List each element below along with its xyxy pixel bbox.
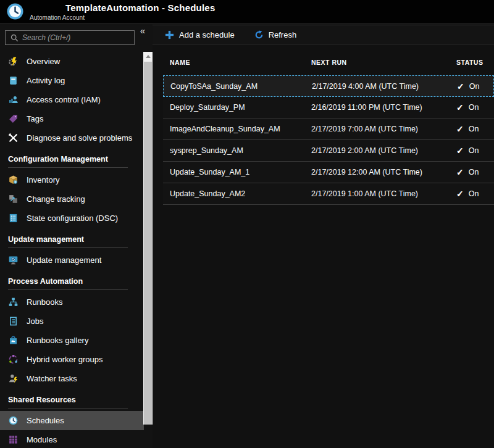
status-value: ✓ On <box>456 103 494 112</box>
check-icon: ✓ <box>456 125 464 133</box>
search-input[interactable] <box>22 33 134 42</box>
sidebar-scrollbar[interactable] <box>143 52 153 425</box>
sidebar-item-runbooks[interactable]: Runbooks <box>0 292 144 312</box>
sidebar-search-row: « <box>0 23 153 52</box>
sidebar-item-overview[interactable]: Overview <box>0 52 144 71</box>
sidebar-item-access-control-iam[interactable]: Access control (IAM) <box>0 90 144 109</box>
table-row[interactable]: CopyToSAa_Sunday_AM 2/17/2019 4:00 AM (U… <box>163 75 494 97</box>
status-value: ✓ On <box>456 189 494 198</box>
activity-log-icon <box>8 75 19 86</box>
sidebar-item-watcher-tasks[interactable]: Watcher tasks <box>0 369 144 388</box>
sidebar-item-jobs[interactable]: Jobs <box>0 312 144 331</box>
schedule-name-link[interactable]: CopyToSAa_Sunday_AM <box>170 82 312 91</box>
automation-account-clock-icon <box>7 3 23 20</box>
sidebar-item-schedules[interactable]: Schedules <box>0 411 144 430</box>
column-header-status[interactable]: STATUS <box>456 59 494 66</box>
section-divider <box>8 408 128 409</box>
overview-gauge-icon <box>8 56 19 67</box>
sidebar-section-shared-resources: Shared Resources <box>0 394 144 409</box>
sidebar-section-configuration-management: Configuration Management <box>0 153 144 168</box>
jobs-document-icon <box>8 316 19 326</box>
next-run-value: 2/17/2019 12:00 AM (UTC Time) <box>311 168 456 176</box>
check-icon: ✓ <box>456 146 464 155</box>
sidebar-item-diagnose-and-solve-problems[interactable]: Diagnose and solve problems <box>0 128 144 147</box>
sidebar-item-activity-log[interactable]: Activity log <box>0 71 144 90</box>
table-row[interactable]: Update_Sunday_AM_1 2/17/2019 12:00 AM (U… <box>163 162 494 183</box>
update-management-icon <box>8 255 19 265</box>
runbooks-orgchart-icon <box>8 297 19 307</box>
table-row[interactable]: sysprep_Sunday_AM 2/17/2019 2:00 AM (UTC… <box>163 140 494 162</box>
next-run-value: 2/17/2019 1:00 AM (UTC Time) <box>311 189 456 198</box>
schedule-name-link[interactable]: ImageAndCleanup_Sunday_AM <box>170 125 311 133</box>
inventory-box-icon <box>8 175 19 185</box>
main-content: Add a schedule Refresh NAME NEXT RUN STA… <box>153 23 494 448</box>
sidebar-item-state-configuration-dsc[interactable]: State configuration (DSC) <box>0 209 144 228</box>
section-divider <box>8 289 128 290</box>
schedule-name-link[interactable]: sysprep_Sunday_AM <box>170 146 311 155</box>
next-run-value: 2/17/2019 4:00 AM (UTC Time) <box>312 82 457 91</box>
next-run-value: 2/17/2019 2:00 AM (UTC Time) <box>311 146 456 155</box>
sidebar-item-update-management[interactable]: Update management <box>0 251 144 270</box>
schedule-name-link[interactable]: Deploy_Saturday_PM <box>170 103 311 112</box>
sidebar: « Overview Activity log Access control (… <box>0 23 153 448</box>
next-run-value: 2/16/2019 11:00 PM (UTC Time) <box>311 103 456 112</box>
sidebar-item-runbooks-gallery[interactable]: Runbooks gallery <box>0 331 144 350</box>
table-row[interactable]: Deploy_Saturday_PM 2/16/2019 11:00 PM (U… <box>163 97 494 118</box>
sidebar-section-update-management: Update management <box>0 233 144 248</box>
sidebar-section-process-automation: Process Automation <box>0 275 144 290</box>
check-icon: ✓ <box>457 82 464 91</box>
sidebar-item-inventory[interactable]: Inventory <box>0 170 144 189</box>
refresh-label: Refresh <box>269 30 297 39</box>
search-box[interactable] <box>5 30 135 45</box>
table-header: NAME NEXT RUN STATUS <box>153 53 494 72</box>
status-value: ✓ On <box>457 82 493 91</box>
tag-icon <box>8 114 19 124</box>
state-configuration-icon <box>8 213 19 223</box>
page-title: TemplateAutomation - Schedules <box>65 2 215 13</box>
schedules-table: CopyToSAa_Sunday_AM 2/17/2019 4:00 AM (U… <box>163 75 494 205</box>
column-header-name[interactable]: NAME <box>170 59 311 66</box>
refresh-button[interactable]: Refresh <box>254 30 297 39</box>
status-value: ✓ On <box>456 125 494 133</box>
page-subtitle: Automation Account <box>30 14 85 21</box>
check-icon: ✓ <box>456 189 464 198</box>
check-icon: ✓ <box>456 168 464 176</box>
status-value: ✓ On <box>456 146 494 155</box>
table-row[interactable]: ImageAndCleanup_Sunday_AM 2/17/2019 7:00… <box>163 118 494 140</box>
sidebar-item-change-tracking[interactable]: Change tracking <box>0 189 144 209</box>
schedules-clock-icon <box>8 415 19 426</box>
table-row[interactable]: Update_Sunday_AM2 2/17/2019 1:00 AM (UTC… <box>163 183 494 205</box>
scrollbar-thumb[interactable] <box>144 62 152 425</box>
diagnose-tools-icon <box>8 133 19 143</box>
schedule-name-link[interactable]: Update_Sunday_AM_1 <box>170 168 311 176</box>
add-schedule-label: Add a schedule <box>179 30 235 39</box>
section-divider <box>8 167 128 168</box>
change-tracking-icon <box>8 194 19 204</box>
sidebar-nav: Overview Activity log Access control (IA… <box>0 52 144 448</box>
check-icon: ✓ <box>456 103 464 112</box>
page-header: TemplateAutomation - Schedules Automatio… <box>0 0 494 23</box>
gallery-bag-icon <box>8 335 19 346</box>
section-divider <box>8 247 128 248</box>
schedule-name-link[interactable]: Update_Sunday_AM2 <box>170 189 311 198</box>
access-control-icon <box>8 94 19 105</box>
add-schedule-button[interactable]: Add a schedule <box>165 30 235 39</box>
sidebar-item-hybrid-worker-groups[interactable]: Hybrid worker groups <box>0 350 144 369</box>
sidebar-item-tags[interactable]: Tags <box>0 109 144 128</box>
watcher-tasks-icon <box>8 373 19 384</box>
status-value: ✓ On <box>456 168 494 176</box>
plus-icon <box>165 30 174 39</box>
refresh-icon <box>254 30 264 39</box>
command-bar: Add a schedule Refresh <box>153 25 494 44</box>
sidebar-item-modules[interactable]: Modules <box>0 430 144 448</box>
next-run-value: 2/17/2019 7:00 AM (UTC Time) <box>311 125 456 133</box>
modules-grid-icon <box>8 434 19 445</box>
scroll-up-arrow-icon[interactable] <box>143 52 153 61</box>
collapse-sidebar-icon[interactable]: « <box>137 25 148 36</box>
hybrid-worker-icon <box>8 354 19 365</box>
search-icon <box>10 34 19 42</box>
column-header-next-run[interactable]: NEXT RUN <box>311 59 456 66</box>
